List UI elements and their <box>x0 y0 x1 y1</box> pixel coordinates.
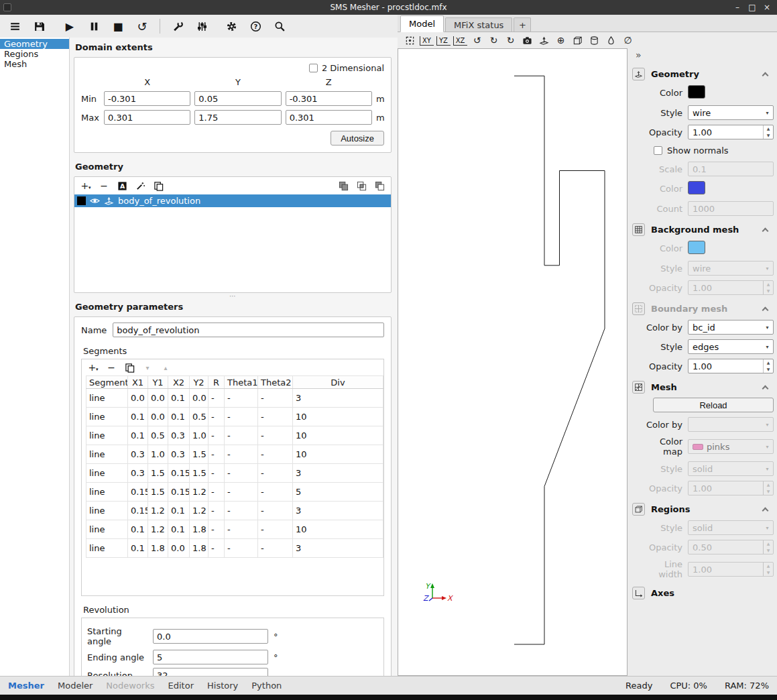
max-x-field[interactable] <box>104 110 190 125</box>
mode-modeler[interactable]: Modeler <box>58 681 93 691</box>
toggle-cylinder-button[interactable] <box>587 34 601 47</box>
segment-row[interactable]: line 0.1 1.8 0.0 1.8 - - - 3 <box>86 539 383 558</box>
fit-view-button[interactable] <box>403 34 417 47</box>
wand-button[interactable] <box>134 180 146 191</box>
boolean-intersect-button[interactable] <box>355 180 367 191</box>
segment-row[interactable]: line 0.3 1.5 0.15 1.5 - - - 3 <box>86 464 383 483</box>
section-regions[interactable]: Regions <box>632 503 773 516</box>
settings-sliders-button[interactable] <box>190 17 214 36</box>
boolean-difference-button[interactable] <box>373 180 385 191</box>
section-background-mesh[interactable]: Background mesh <box>632 223 773 236</box>
reload-mesh-button[interactable]: Reload <box>653 398 774 412</box>
mode-editor[interactable]: Editor <box>168 681 194 691</box>
sidebar-item-geometry[interactable]: Geometry <box>0 39 69 49</box>
select-by-name-button[interactable]: A <box>116 180 128 191</box>
geometry-color-swatch[interactable] <box>688 85 705 99</box>
min-x-field[interactable] <box>104 91 190 106</box>
min-z-field[interactable] <box>286 91 372 106</box>
copy-geometry-button[interactable] <box>152 180 164 191</box>
view-xy-button[interactable]: XY <box>420 36 434 46</box>
max-z-field[interactable] <box>286 110 372 125</box>
segment-row[interactable]: line 0.1 0.0 0.1 0.5 - - - 10 <box>86 408 383 426</box>
chevron-up-icon[interactable] <box>762 307 769 314</box>
rotate-cw-button[interactable]: ↻ <box>487 34 501 47</box>
segment-row[interactable]: line 0.3 1.0 0.3 1.5 - - - 10 <box>86 445 383 464</box>
revolution-row-field[interactable] <box>153 629 268 644</box>
copy-segment-button[interactable] <box>123 362 135 373</box>
sidebar-item-regions[interactable]: Regions <box>0 49 69 59</box>
boundary-color-by-select[interactable]: bc_id▾ <box>688 320 774 335</box>
boundary-style-select[interactable]: edges▾ <box>688 339 774 354</box>
segment-row[interactable]: line 0.1 0.5 0.3 1.0 - - - 10 <box>86 426 383 445</box>
pause-button[interactable] <box>82 17 106 36</box>
menu-button[interactable] <box>3 17 27 36</box>
remove-geometry-button[interactable]: − <box>98 180 110 191</box>
toggle-geometry-visibility-button[interactable] <box>537 34 551 47</box>
segment-row[interactable]: line 0.0 0.0 0.1 0.0 - - - 3 <box>86 389 383 408</box>
mode-mesher[interactable]: Mesher <box>8 681 44 691</box>
toggle-cube-button[interactable] <box>571 34 585 47</box>
chevron-up-icon[interactable] <box>762 508 769 514</box>
help-button[interactable]: ? <box>243 17 267 36</box>
segment-row[interactable]: line 0.15 1.2 0.1 1.2 - - - 3 <box>86 502 383 520</box>
tab-model[interactable]: Model <box>400 15 444 32</box>
search-button[interactable] <box>267 17 292 36</box>
add-segment-button[interactable]: +▾ <box>87 362 99 373</box>
mode-history[interactable]: History <box>207 681 238 691</box>
add-geometry-button[interactable]: +▾ <box>80 180 92 191</box>
model-viewport[interactable]: Y X Z <box>398 48 627 676</box>
perspective-button[interactable]: ⊕ <box>554 34 568 47</box>
show-normals-checkbox[interactable] <box>654 146 662 155</box>
toggle-drop-button[interactable] <box>604 34 618 47</box>
run-button[interactable]: ▶ <box>58 17 82 36</box>
name-field[interactable] <box>113 323 384 337</box>
section-boundary-mesh[interactable]: Boundary mesh <box>632 302 773 315</box>
move-segment-down-button[interactable]: ▾ <box>141 362 154 373</box>
preferences-button[interactable] <box>219 17 243 36</box>
segment-row[interactable]: line 0.1 1.2 0.1 1.8 - - - 10 <box>86 520 383 539</box>
tab-mfix-status[interactable]: MFiX status <box>445 17 512 32</box>
revolution-row-field[interactable] <box>153 668 268 676</box>
background-mesh-color-swatch[interactable] <box>688 241 705 254</box>
chevron-up-icon[interactable] <box>762 72 769 79</box>
collapse-panel-button[interactable]: » <box>636 50 774 60</box>
segment-row[interactable]: line 0.15 1.5 0.15 1.2 - - - 5 <box>86 483 383 502</box>
geometry-list-item[interactable]: body_of_revolution <box>74 194 391 207</box>
build-button[interactable] <box>166 17 190 36</box>
sidebar-item-mesh[interactable]: Mesh <box>0 59 69 69</box>
toggle-none-button[interactable]: ∅ <box>621 34 635 47</box>
revolution-row-field[interactable] <box>153 650 268 664</box>
section-axes[interactable]: Axes <box>632 587 773 599</box>
two-dimensional-checkbox[interactable] <box>309 64 318 72</box>
screenshot-button[interactable] <box>520 34 534 47</box>
visibility-eye-icon[interactable] <box>90 196 100 205</box>
section-geometry[interactable]: Geometry <box>632 68 773 80</box>
view-xz-button[interactable]: XZ <box>453 36 467 46</box>
geometry-opacity-stepper[interactable]: 1.00▲▼ <box>688 125 774 139</box>
section-mesh[interactable]: Mesh <box>632 381 773 394</box>
boundary-opacity-stepper[interactable]: 1.00▲▼ <box>688 359 774 373</box>
remove-segment-button[interactable]: − <box>105 362 117 373</box>
normals-color-swatch[interactable] <box>688 181 705 194</box>
mode-python[interactable]: Python <box>251 681 282 691</box>
move-segment-up-button[interactable]: ▴ <box>160 362 172 373</box>
max-y-field[interactable] <box>194 110 281 125</box>
view-yz-button[interactable]: YZ <box>436 36 451 46</box>
close-button[interactable]: × <box>761 1 773 13</box>
boolean-union-button[interactable] <box>337 180 349 191</box>
tab-add[interactable]: + <box>514 17 531 32</box>
chevron-up-icon[interactable] <box>762 228 769 235</box>
reset-button[interactable]: ↺ <box>130 17 154 36</box>
mode-nodeworks[interactable]: Nodeworks <box>106 681 154 691</box>
min-y-field[interactable] <box>194 91 281 106</box>
stop-button[interactable]: ■ <box>106 17 130 36</box>
autosize-button[interactable]: Autosize <box>331 131 384 145</box>
maximize-button[interactable]: □ <box>746 1 758 13</box>
chevron-up-icon[interactable] <box>762 386 769 392</box>
save-button[interactable] <box>27 17 51 36</box>
minimize-button[interactable]: – <box>731 1 743 13</box>
reset-view-button[interactable]: ↻ <box>503 34 518 47</box>
geometry-style-select[interactable]: wire▾ <box>688 105 774 120</box>
rotate-ccw-button[interactable]: ↺ <box>470 34 484 47</box>
splitter-handle[interactable]: ⋯ <box>74 294 392 298</box>
